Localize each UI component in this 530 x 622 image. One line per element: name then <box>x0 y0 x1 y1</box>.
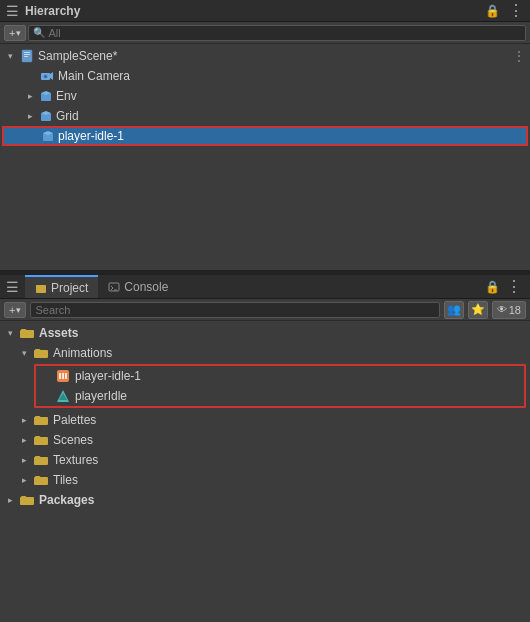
tree-item-tiles[interactable]: ▸ Tiles <box>0 470 530 490</box>
project-lock-icon[interactable]: 🔒 <box>485 280 500 294</box>
animator-icon <box>56 389 70 403</box>
hierarchy-search-input[interactable] <box>48 27 521 39</box>
folder-icon-palettes <box>34 414 48 426</box>
tab-console[interactable]: Console <box>98 275 178 298</box>
env-label: Env <box>56 89 77 103</box>
folder-icon-packages <box>20 494 34 506</box>
player-idle-1-anim-label: player-idle-1 <box>75 369 141 383</box>
folder-icon-scenes <box>34 434 48 446</box>
hierarchy-panel: ☰ Hierarchy 🔒 ⋮ + ▾ 🔍 ▾ <box>0 0 530 270</box>
folder-icon-tiles <box>34 474 48 486</box>
project-people-icon[interactable]: 👥 <box>444 301 464 319</box>
hierarchy-add-button[interactable]: + ▾ <box>4 25 26 41</box>
hierarchy-more-icon[interactable]: ⋮ <box>508 3 524 19</box>
tree-item-sample-scene[interactable]: ▾ SampleScene* ⋮ <box>0 46 530 66</box>
svg-rect-20 <box>62 373 64 379</box>
textures-arrow: ▸ <box>22 455 32 465</box>
console-tab-icon <box>108 281 120 293</box>
hierarchy-hamburger-icon: ☰ <box>6 3 19 19</box>
svg-rect-19 <box>59 373 61 379</box>
palettes-arrow: ▸ <box>22 415 32 425</box>
svg-rect-15 <box>36 285 41 287</box>
arrow-closed-icon: ▸ <box>28 91 38 101</box>
project-tab-label: Project <box>51 281 88 295</box>
cube-icon-env <box>40 90 52 102</box>
anim-red-outline-group: player-idle-1 playerIdle <box>34 364 526 408</box>
player-idle-1-label: player-idle-1 <box>58 129 124 143</box>
tree-item-main-camera[interactable]: Main Camera <box>0 66 530 86</box>
assets-label: Assets <box>39 326 78 340</box>
animations-label: Animations <box>53 346 112 360</box>
project-hamburger-icon: ☰ <box>6 279 19 295</box>
tree-item-player-idle-1-anim[interactable]: player-idle-1 <box>36 366 524 386</box>
tree-item-assets[interactable]: ▾ Assets <box>0 323 530 343</box>
folder-icon-textures <box>34 454 48 466</box>
tiles-label: Tiles <box>53 473 78 487</box>
tree-item-packages[interactable]: ▸ Packages <box>0 490 530 510</box>
tree-item-palettes[interactable]: ▸ Palettes <box>0 410 530 430</box>
hierarchy-search-icon: 🔍 <box>33 27 45 38</box>
cube-icon-grid <box>40 110 52 122</box>
folder-icon-animations <box>34 347 48 359</box>
svg-rect-2 <box>24 54 30 55</box>
three-dots-icon[interactable]: ⋮ <box>512 48 526 64</box>
grid-label: Grid <box>56 109 79 123</box>
badge-count: 18 <box>509 304 521 316</box>
textures-label: Textures <box>53 453 98 467</box>
project-add-button[interactable]: + ▾ <box>4 302 26 318</box>
project-eye-badge[interactable]: 👁 18 <box>492 301 526 319</box>
hierarchy-lock-icon[interactable]: 🔒 <box>485 4 500 18</box>
playerIdle-label: playerIdle <box>75 389 127 403</box>
animations-arrow: ▾ <box>22 348 32 358</box>
project-tree: ▾ Assets ▾ Animations <box>0 321 530 622</box>
arrow-closed-icon-2: ▸ <box>28 111 38 121</box>
svg-point-7 <box>45 76 47 78</box>
project-tab-icon <box>35 282 47 294</box>
tree-item-grid[interactable]: ▸ Grid <box>0 106 530 126</box>
palettes-label: Palettes <box>53 413 96 427</box>
svg-rect-21 <box>65 373 67 379</box>
tree-item-playerIdle[interactable]: playerIdle <box>36 386 524 406</box>
assets-arrow: ▾ <box>8 328 18 338</box>
project-panel: ☰ Project Console 🔒 ⋮ <box>0 275 530 622</box>
scenes-label: Scenes <box>53 433 93 447</box>
cube-icon-player <box>42 130 54 142</box>
svg-marker-5 <box>50 72 53 80</box>
tree-item-textures[interactable]: ▸ Textures <box>0 450 530 470</box>
arrow-open-icon: ▾ <box>8 51 18 61</box>
tree-item-env[interactable]: ▸ Env <box>0 86 530 106</box>
scenes-arrow: ▸ <box>22 435 32 445</box>
tree-item-animations[interactable]: ▾ Animations <box>0 343 530 363</box>
tab-project[interactable]: Project <box>25 275 98 298</box>
hierarchy-toolbar: + ▾ 🔍 <box>0 22 530 44</box>
folder-icon-assets <box>20 327 34 339</box>
scene-icon <box>20 49 34 63</box>
project-search-input[interactable] <box>30 302 439 318</box>
project-tab-bar: ☰ Project Console 🔒 ⋮ <box>0 275 530 299</box>
hierarchy-tree: ▾ SampleScene* ⋮ <box>0 44 530 270</box>
hierarchy-tab-bar: ☰ Hierarchy 🔒 ⋮ <box>0 0 530 22</box>
tree-item-player-idle-1[interactable]: player-idle-1 <box>2 126 528 146</box>
packages-label: Packages <box>39 493 94 507</box>
tiles-arrow: ▸ <box>22 475 32 485</box>
tree-item-scenes[interactable]: ▸ Scenes <box>0 430 530 450</box>
project-add-dropdown-icon: ▾ <box>16 305 21 315</box>
project-more-icon[interactable]: ⋮ <box>506 279 522 295</box>
sample-scene-label: SampleScene* <box>38 49 117 63</box>
project-star-icon[interactable]: ⭐ <box>468 301 488 319</box>
eye-icon: 👁 <box>497 304 507 315</box>
packages-arrow: ▸ <box>8 495 18 505</box>
anim-clip-icon <box>56 369 70 383</box>
svg-rect-3 <box>24 56 28 57</box>
project-toolbar: + ▾ 👥 ⭐ 👁 18 <box>0 299 530 321</box>
console-tab-label: Console <box>124 280 168 294</box>
hierarchy-tab-label: Hierarchy <box>25 4 80 18</box>
main-camera-label: Main Camera <box>58 69 130 83</box>
camera-icon <box>40 69 54 83</box>
hierarchy-add-dropdown-icon: ▾ <box>16 28 21 38</box>
svg-rect-1 <box>24 52 30 53</box>
